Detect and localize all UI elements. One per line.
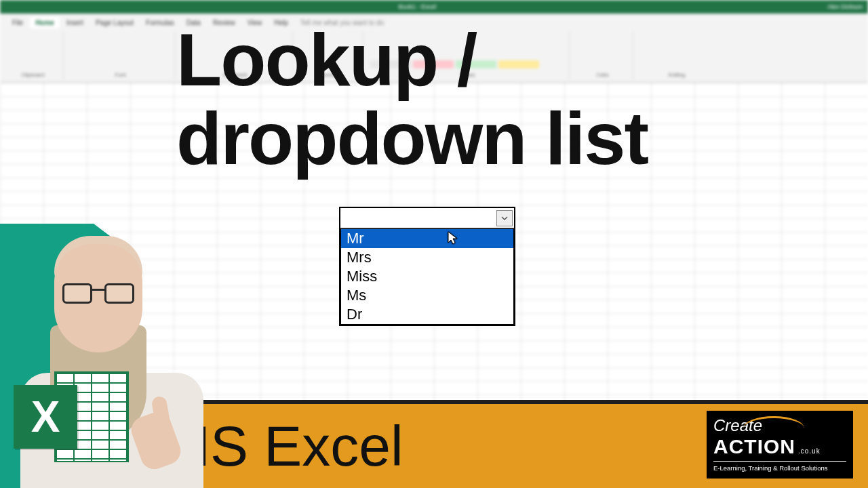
dropdown-item-ms[interactable]: Ms [341,286,513,305]
excel-logo: X [14,366,129,468]
dropdown-item-mrs[interactable]: Mrs [341,248,513,267]
titlebar: Book1 - Excel Alex Dickson [0,0,868,14]
headline-line1: Lookup / [176,20,854,99]
chevron-down-icon [501,215,508,222]
titlebar-user: Alex Dickson [827,3,863,10]
dropdown-item-miss[interactable]: Miss [341,267,513,286]
dropdown-item-mr[interactable]: Mr [341,229,513,248]
createaction-logo: Create ACTION .co.uk E-Learning, Trainin… [707,411,853,479]
tab-home[interactable]: Home [30,17,60,28]
tab-pagelayout[interactable]: Page Layout [90,17,139,28]
headline-line2: dropdown list [176,99,854,178]
tab-insert[interactable]: Insert [61,17,89,28]
dropdown-list: Mr Mrs Miss Ms Dr [340,228,514,325]
excel-x-letter: X [31,392,60,442]
ribbon-group-font: Font [66,31,175,79]
cursor-icon [447,230,459,249]
titlebar-left [5,3,7,10]
tab-formulas[interactable]: Formulas [140,17,180,28]
glasses-icon [62,283,134,305]
titlebar-center: Book1 - Excel [398,3,436,10]
excel-badge: X [14,385,77,449]
ca-line2: ACTION .co.uk [713,435,846,458]
thumbnail-headline: Lookup / dropdown list [176,20,854,177]
dropdown-arrow-button[interactable] [496,210,513,226]
ribbon-group-clipboard: Clipboard [3,31,64,79]
ca-tagline: E-Learning, Training & Rollout Solutions [713,464,846,472]
tab-file[interactable]: File [7,17,28,28]
dropdown-cell[interactable] [340,208,514,228]
dropdown-item-dr[interactable]: Dr [341,305,513,324]
dropdown-example: Mr Mrs Miss Ms Dr [339,207,515,326]
